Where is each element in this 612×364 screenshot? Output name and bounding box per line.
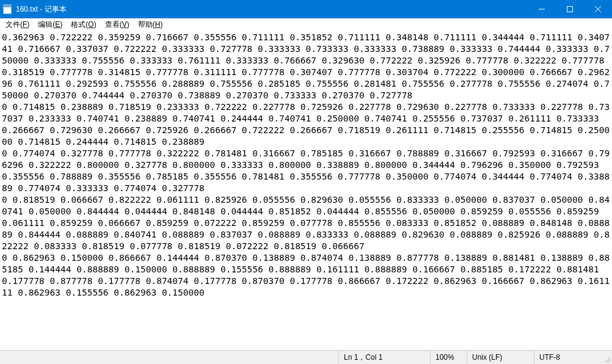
- close-button[interactable]: [584, 0, 612, 18]
- maximize-button[interactable]: [556, 0, 584, 18]
- status-zoom: 100%: [430, 351, 467, 364]
- status-spacer: [0, 351, 338, 364]
- resize-grip-icon[interactable]: [601, 351, 612, 364]
- menu-file[interactable]: 文件(F): [1, 19, 34, 31]
- menu-help[interactable]: 帮助(H): [134, 19, 167, 31]
- statusbar: Ln 1，Col 1 100% Unix (LF) UTF-8: [0, 350, 612, 364]
- menu-edit[interactable]: 编辑(E): [34, 19, 67, 31]
- menu-format[interactable]: 格式(O): [67, 19, 100, 31]
- status-eol: Unix (LF): [467, 351, 534, 364]
- svg-rect-1: [567, 7, 573, 12]
- notepad-icon: [0, 0, 15, 18]
- text-editor[interactable]: [0, 31, 612, 350]
- window-title: 160.txt - 记事本: [15, 4, 67, 15]
- menubar: 文件(F) 编辑(E) 格式(O) 查看(V) 帮助(H): [0, 18, 612, 31]
- titlebar: 160.txt - 记事本: [0, 0, 612, 18]
- status-encoding: UTF-8: [534, 351, 601, 364]
- editor-area: [0, 31, 612, 350]
- minimize-button[interactable]: [528, 0, 556, 18]
- menu-view[interactable]: 查看(V): [101, 19, 134, 31]
- svg-line-6: [610, 362, 611, 363]
- status-position: Ln 1，Col 1: [338, 351, 430, 364]
